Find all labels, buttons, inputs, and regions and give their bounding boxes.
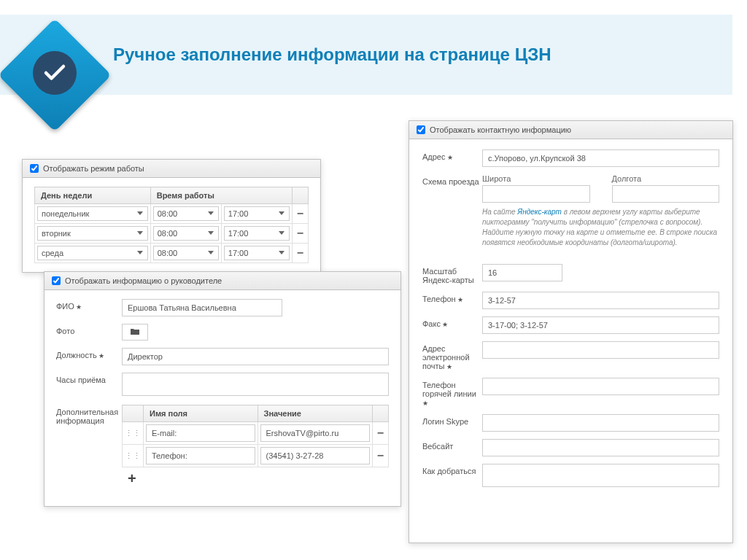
route-label: Схема проезда: [422, 174, 482, 186]
time-from[interactable]: 08:00: [153, 226, 219, 241]
day-select[interactable]: вторник: [37, 226, 148, 241]
schedule-table: День недели Время работы понедельник 08:…: [34, 187, 309, 263]
lat-input[interactable]: [482, 185, 590, 203]
check-icon: [33, 51, 77, 95]
time-to[interactable]: 17:00: [224, 226, 290, 241]
table-row: вторник 08:00 17:00 −: [35, 224, 309, 244]
remove-row-button[interactable]: −: [373, 445, 389, 467]
photo-label: Фото: [56, 324, 122, 335]
scale-label: Масштаб Яндекс-карты: [422, 264, 482, 284]
address-input[interactable]: [482, 149, 719, 167]
director-header-label: Отображать информацию о руководителе: [65, 276, 222, 285]
hotline-label: Телефон горячей линии: [422, 378, 482, 407]
day-select[interactable]: понедельник: [37, 206, 148, 221]
fio-input[interactable]: [122, 299, 282, 316]
time-to[interactable]: 17:00: [224, 246, 290, 260]
contact-toggle[interactable]: [417, 125, 425, 134]
scale-input[interactable]: [482, 264, 562, 281]
lon-input[interactable]: [612, 185, 720, 203]
time-from[interactable]: 08:00: [153, 246, 219, 260]
website-label: Вебсайт: [422, 439, 482, 451]
header-banner: Ручное заполнение информации на странице…: [0, 15, 732, 95]
field-value-input[interactable]: [260, 424, 370, 442]
table-row: среда 08:00 17:00 −: [35, 244, 309, 263]
skype-label: Логин Skype: [422, 414, 482, 426]
schedule-panel-header: Отображать режим работы: [23, 160, 320, 178]
phone-input[interactable]: [482, 292, 719, 309]
col-field-value: Значение: [258, 405, 372, 422]
position-input[interactable]: [122, 348, 389, 365]
page-title: Ручное заполнение информации на странице…: [113, 44, 551, 65]
contact-panel-header: Отображать контактную информацию: [409, 121, 732, 139]
website-input[interactable]: [482, 439, 719, 456]
fax-label: Факс: [422, 316, 482, 328]
remove-row-button[interactable]: −: [373, 422, 389, 445]
yandex-maps-link[interactable]: Яндекс-карт: [517, 208, 562, 216]
contact-header-label: Отображать контактную информацию: [430, 125, 571, 134]
addinfo-table: Имя поля Значение ⋮⋮ − ⋮⋮: [122, 405, 389, 467]
schedule-panel: Отображать режим работы День недели Врем…: [22, 159, 321, 273]
map-hint: На сайте Яндекс-карт в левом верхнем угл…: [482, 207, 719, 248]
lon-label: Долгота: [612, 174, 720, 183]
remove-row-button[interactable]: −: [293, 204, 309, 224]
field-name-input[interactable]: [146, 447, 255, 464]
remove-row-button[interactable]: −: [293, 244, 309, 263]
table-row: понедельник 08:00 17:00 −: [35, 204, 309, 224]
schedule-toggle[interactable]: [30, 164, 39, 173]
remove-row-button[interactable]: −: [293, 224, 309, 244]
day-select[interactable]: среда: [37, 246, 148, 260]
field-value-input[interactable]: [260, 447, 370, 464]
director-panel-header: Отображать информацию о руководителе: [44, 272, 400, 290]
field-name-input[interactable]: [146, 424, 255, 442]
lat-label: Широта: [482, 174, 590, 183]
email-label: Адрес электронной почты: [422, 341, 482, 370]
director-panel: Отображать информацию о руководителе ФИО…: [44, 271, 401, 507]
schedule-header-label: Отображать режим работы: [43, 164, 144, 173]
fax-input[interactable]: [482, 316, 719, 334]
email-input[interactable]: [482, 341, 719, 359]
fio-label: ФИО: [56, 299, 122, 311]
hotline-input[interactable]: [482, 378, 719, 395]
col-field-name: Имя поля: [144, 405, 258, 422]
phone-label: Телефон: [422, 292, 482, 303]
col-time: Время работы: [150, 187, 292, 204]
photo-browse-button[interactable]: [122, 324, 148, 341]
addinfo-label: Дополнительная информация: [56, 405, 122, 425]
table-row: ⋮⋮ −: [123, 445, 389, 467]
add-row-button[interactable]: +: [122, 467, 389, 490]
table-row: ⋮⋮ −: [123, 422, 389, 445]
drag-handle-icon[interactable]: ⋮⋮: [123, 445, 144, 467]
position-label: Должность: [56, 348, 122, 359]
hours-label: Часы приёма: [56, 373, 122, 384]
director-toggle[interactable]: [52, 276, 61, 285]
drag-handle-icon[interactable]: ⋮⋮: [123, 422, 144, 445]
directions-textarea[interactable]: [482, 464, 719, 487]
contact-panel: Отображать контактную информацию Адрес С…: [409, 120, 733, 543]
skype-input[interactable]: [482, 414, 719, 432]
address-label: Адрес: [422, 149, 482, 161]
hours-textarea[interactable]: [122, 373, 389, 396]
time-from[interactable]: 08:00: [153, 206, 219, 221]
directions-label: Как добраться: [422, 464, 482, 475]
col-day: День недели: [35, 187, 151, 204]
time-to[interactable]: 17:00: [224, 206, 290, 221]
